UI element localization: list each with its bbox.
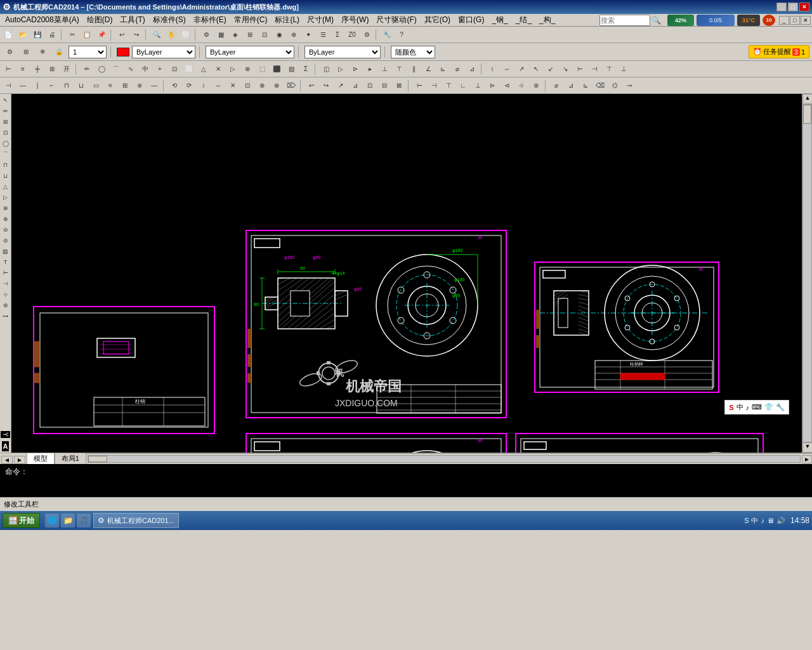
close-button[interactable]: ✕ (799, 3, 809, 11)
menu-standard[interactable]: 标准件(S) (149, 13, 190, 27)
mod-btn-1[interactable]: ⊣ (1, 79, 15, 93)
ie-icon[interactable]: 🌐 (45, 514, 59, 527)
lt-btn-2[interactable]: ✏ (1, 106, 11, 116)
mod-btn-10[interactable]: ※ (133, 79, 147, 93)
mod-btn-9[interactable]: ⊞ (118, 79, 132, 93)
mod-btn-37[interactable]: ⌀ (549, 79, 563, 93)
menu-draw[interactable]: 绘图(D) (83, 13, 117, 27)
paste-button[interactable]: 📌 (95, 28, 108, 42)
draw-btn-16[interactable]: ▷ (226, 62, 240, 76)
fill-color-select[interactable]: 随颜色 (391, 46, 435, 58)
mod-btn-39[interactable]: ⊾ (579, 79, 593, 93)
freeze-btn[interactable]: ❄ (36, 45, 49, 59)
draw-btn-34[interactable]: ↔ (500, 62, 514, 76)
tb-btn-10[interactable]: Σ (331, 28, 344, 42)
tab-layout1[interactable]: 布局1 (55, 453, 86, 464)
draw-btn-36[interactable]: ↖ (529, 62, 543, 76)
mdi-minimize-button[interactable]: _ (779, 16, 789, 25)
tb-btn-12[interactable]: ⚙ (360, 28, 374, 42)
scroll-up-button[interactable]: ▲ (802, 94, 812, 104)
draw-btn-10[interactable]: 中 (138, 62, 152, 76)
mod-btn-4[interactable]: ⌐ (45, 79, 59, 93)
color-select[interactable]: ByLayer (132, 46, 195, 58)
tb-btn-9[interactable]: ☰ (316, 28, 330, 42)
lt-btn-11[interactable]: ⊗ (1, 203, 11, 213)
start-button[interactable]: 🪟 开始 (3, 513, 40, 528)
tab-model[interactable]: 模型 (27, 453, 55, 464)
draw-btn-2[interactable]: ≡ (16, 62, 30, 76)
mod-btn-12[interactable]: ⟲ (167, 79, 181, 93)
draw-btn-17[interactable]: ⊗ (240, 62, 254, 76)
tab-scroll-right[interactable]: ► (14, 456, 25, 464)
mod-btn-21[interactable]: ↩ (304, 79, 318, 93)
linetype-select[interactable]: ByLayer (206, 46, 294, 58)
menu-steel[interactable]: _钢_ (488, 13, 511, 27)
tray-icon-4[interactable]: 🖥 (767, 517, 774, 524)
mod-btn-3[interactable]: | (30, 79, 44, 93)
menu-tools[interactable]: 工具(T) (116, 13, 148, 27)
scroll-down-button[interactable]: ▼ (802, 442, 812, 453)
draw-btn-11[interactable]: + (153, 62, 167, 76)
tb-btn-11[interactable]: Z0 (345, 28, 359, 42)
lt-btn-4[interactable]: ⊡ (1, 128, 11, 138)
minimize-button[interactable]: _ (776, 3, 787, 11)
tb-btn-4[interactable]: ⊞ (243, 28, 257, 42)
menu-common[interactable]: 常用件(C) (230, 13, 272, 27)
task-reminder-button[interactable]: ⏰ 任务提醒 3 1 (749, 45, 809, 58)
mod-btn-18[interactable]: ⊕ (255, 79, 269, 93)
mod-btn-25[interactable]: ⊡ (363, 79, 377, 93)
mod-btn-40[interactable]: ⌫ (593, 79, 607, 93)
tb-btn-3[interactable]: ◈ (228, 28, 242, 42)
mdi-close-button[interactable]: ✕ (801, 16, 811, 25)
draw-btn-35[interactable]: ↗ (514, 62, 528, 76)
mod-btn-23[interactable]: ↗ (334, 79, 348, 93)
draw-btn-38[interactable]: ↘ (558, 62, 572, 76)
mod-btn-8[interactable]: ≡ (103, 79, 117, 93)
lt-btn-1[interactable]: ↖ (1, 95, 11, 105)
menu-other[interactable]: 其它(O) (421, 13, 454, 27)
lt-btn-18[interactable]: ⊣ (1, 279, 11, 289)
lt-btn-7[interactable]: ⊓ (1, 160, 11, 170)
menu-frame[interactable]: _构_ (535, 13, 559, 27)
draw-btn-1[interactable]: ⊢ (1, 62, 15, 76)
draw-btn-15[interactable]: ✕ (211, 62, 225, 76)
mod-btn-11[interactable]: — (147, 79, 161, 93)
mod-btn-20[interactable]: ⌦ (284, 79, 298, 93)
print-button[interactable]: 🖨 (45, 28, 59, 42)
tb-btn-8[interactable]: ✦ (301, 28, 315, 42)
vertical-scrollbar[interactable]: ▲ ▼ (802, 94, 812, 453)
draw-btn-42[interactable]: ⊥ (617, 62, 631, 76)
draw-btn-4[interactable]: ⊞ (45, 62, 59, 76)
maximize-button[interactable]: □ (788, 3, 798, 11)
mod-btn-33[interactable]: ⊳ (485, 79, 499, 93)
mod-btn-30[interactable]: ⊤ (442, 79, 455, 93)
open-button[interactable]: 📂 (16, 28, 30, 42)
horiz-scroll[interactable]: ► (86, 453, 812, 464)
lt-btn-19[interactable]: ⊹ (1, 289, 11, 300)
horiz-scroll-thumb[interactable] (88, 456, 107, 462)
undo-button[interactable]: ↩ (115, 28, 129, 42)
scroll-thumb[interactable] (803, 105, 811, 124)
lt-btn-9[interactable]: △ (1, 182, 11, 192)
draw-btn-41[interactable]: ⊤ (602, 62, 616, 76)
menu-dim-drive[interactable]: 尺寸驱动(F) (372, 13, 420, 27)
draw-btn-12[interactable]: ⊡ (167, 62, 181, 76)
tb-btn-1[interactable]: ⚙ (199, 28, 213, 42)
draw-btn-9[interactable]: ∿ (124, 62, 138, 76)
save-button[interactable]: 💾 (30, 28, 44, 42)
mod-btn-34[interactable]: ⊲ (500, 79, 514, 93)
menu-struct[interactable]: _结_ (512, 13, 535, 27)
tb-btn-2[interactable]: ▦ (214, 28, 228, 42)
draw-btn-29[interactable]: ∠ (421, 62, 435, 76)
new-button[interactable]: 📄 (1, 28, 15, 42)
lt-btn-16[interactable]: T (1, 257, 11, 267)
draw-btn-13[interactable]: ⬜ (182, 62, 196, 76)
tb-btn-5[interactable]: ⊡ (258, 28, 272, 42)
lt-btn-5[interactable]: ◯ (1, 138, 11, 149)
lt-btn-14[interactable]: ⊘ (1, 235, 11, 246)
draw-btn-14[interactable]: △ (197, 62, 211, 76)
cut-button[interactable]: ✂ (65, 28, 79, 42)
tray-icon-5[interactable]: 🔊 (776, 517, 785, 525)
mod-btn-35[interactable]: ⊹ (514, 79, 528, 93)
zoom-button[interactable]: 🔍 (150, 28, 164, 42)
